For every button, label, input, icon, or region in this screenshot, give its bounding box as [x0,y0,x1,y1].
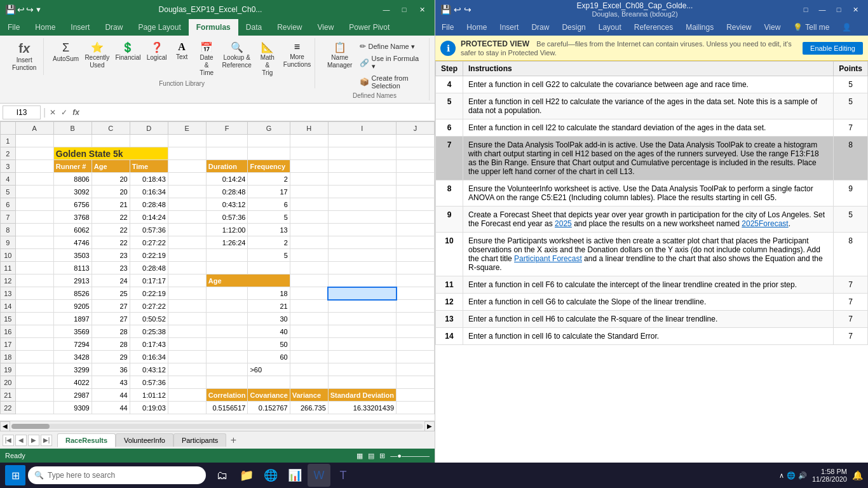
cell-b14[interactable]: 9205 [53,300,92,313]
taskbar-clock[interactable]: 1:58 PM 11/28/2020 [812,468,847,483]
word-save-icon[interactable]: 💾 [440,4,451,15]
cell-e9[interactable] [168,236,206,249]
word-tab-draw[interactable]: Draw [525,19,555,36]
cell-a16[interactable] [15,325,53,338]
cell-e7[interactable] [168,211,206,224]
taskbar-app-explorer[interactable]: 📁 [235,464,258,487]
cell-c12[interactable]: 24 [92,274,130,287]
cell-i14[interactable] [328,300,396,313]
cell-c7[interactable]: 22 [92,211,130,224]
cell-e10[interactable] [168,249,206,262]
cell-d9[interactable]: 0:27:22 [130,236,168,249]
formula-input[interactable] [83,108,432,117]
cell-f1[interactable] [206,135,248,147]
cell-b16[interactable]: 3569 [53,325,92,338]
cell-h3[interactable] [290,160,328,173]
cell-d7[interactable]: 0:14:24 [130,211,168,224]
word-close-button[interactable]: ✕ [848,3,863,16]
sheet-tab-volunteerinfo[interactable]: VolunteerInfo [116,433,173,447]
cell-f2[interactable] [206,147,248,160]
word-tab-view[interactable]: View [758,19,787,36]
customize-icon[interactable]: ▼ [35,6,42,13]
cell-a14[interactable] [15,300,53,313]
cell-a12[interactable] [15,274,53,287]
link-2025[interactable]: 2025 [555,219,572,228]
taskbar-app-task-view[interactable]: 🗂 [211,464,234,487]
cell-g11[interactable] [248,262,290,274]
col-header-f[interactable]: F [206,122,248,135]
close-button[interactable]: ✕ [414,3,430,16]
notification-icon[interactable]: 🔔 [852,470,863,480]
cell-b2[interactable]: Golden State 5k [53,147,168,160]
cell-b21[interactable]: 2987 [53,389,92,402]
cell-f14[interactable] [206,300,248,313]
cell-j3[interactable] [397,160,435,173]
sheet-tab-raceresults[interactable]: RaceResults [57,433,116,447]
cell-g22[interactable]: 0.152767 [248,402,290,414]
cell-j15[interactable] [397,313,435,325]
cell-c11[interactable]: 23 [92,262,130,274]
text-button[interactable]: A Text [170,39,193,63]
cell-a6[interactable] [15,198,53,211]
tab-page-layout[interactable]: Page Layout [130,19,188,36]
cell-b7[interactable]: 3768 [53,211,92,224]
cell-d10[interactable]: 0:22:19 [130,249,168,262]
cell-j1[interactable] [397,135,435,147]
view-layout-icon[interactable]: ▤ [368,452,374,460]
cell-f22[interactable]: 0.5156517 [206,402,248,414]
cell-e16[interactable] [168,325,206,338]
minimize-button[interactable]: — [379,3,394,16]
cell-f6[interactable]: 0:43:12 [206,198,248,211]
cell-b5[interactable]: 3092 [53,186,92,198]
cell-i5[interactable] [328,186,396,198]
cell-f3[interactable]: Duration [206,160,248,173]
cell-i20[interactable] [328,376,396,389]
cell-i15[interactable] [328,313,396,325]
cell-d21[interactable]: 1:01:12 [130,389,168,402]
col-header-d[interactable]: D [130,122,168,135]
cell-h2[interactable] [290,147,328,160]
redo-icon[interactable]: ↪ [26,4,34,15]
cell-c3[interactable]: Age [92,160,130,173]
define-name-button[interactable]: ✏ Define Name ▾ [357,41,424,52]
cell-i7[interactable] [328,211,396,224]
tab-formulas[interactable]: Formulas [189,19,238,36]
cell-b17[interactable]: 7294 [53,338,92,351]
cell-j16[interactable] [397,325,435,338]
cell-a21[interactable] [15,389,53,402]
cell-g2[interactable] [248,147,290,160]
cell-g9[interactable]: 2 [248,236,290,249]
word-qat[interactable]: 💾 ↩ ↪ [440,4,471,15]
cell-h6[interactable] [290,198,328,211]
cell-g14[interactable]: 21 [248,300,290,313]
cell-e20[interactable] [168,376,206,389]
cell-j6[interactable] [397,198,435,211]
tray-up-icon[interactable]: ∧ [779,471,784,480]
cell-i18[interactable] [328,351,396,363]
cell-h14[interactable] [290,300,328,313]
word-tab-file[interactable]: File [435,19,460,36]
word-tab-references[interactable]: References [628,19,679,36]
recently-used-button[interactable]: ⭐ RecentlyUsed [83,39,112,71]
cell-e22[interactable] [168,402,206,414]
cell-h11[interactable] [290,262,328,274]
col-header-i[interactable]: I [328,122,396,135]
cell-i16[interactable] [328,325,396,338]
cell-h8[interactable] [290,224,328,236]
cell-b3[interactable]: Runner # [53,160,92,173]
cell-d12[interactable]: 0:17:17 [130,274,168,287]
lookup-reference-button[interactable]: 🔍 Lookup &Reference [220,39,254,71]
tab-draw[interactable]: Draw [97,19,130,36]
cell-h4[interactable] [290,173,328,186]
cell-f20[interactable] [206,376,248,389]
cell-j9[interactable] [397,236,435,249]
cell-a7[interactable] [15,211,53,224]
cell-a20[interactable] [15,376,53,389]
cell-b4[interactable]: 8806 [53,173,92,186]
cell-c6[interactable]: 21 [92,198,130,211]
cell-j18[interactable] [397,351,435,363]
word-tab-design[interactable]: Design [555,19,592,36]
tab-review[interactable]: Review [269,19,309,36]
cell-g15[interactable]: 30 [248,313,290,325]
cell-i22[interactable]: 16.33201439 [328,402,396,414]
